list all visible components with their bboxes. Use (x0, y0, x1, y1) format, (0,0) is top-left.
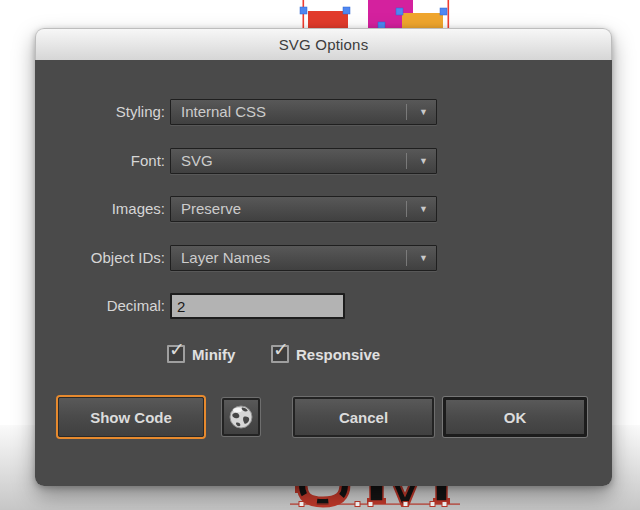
dropdown-separator (406, 153, 407, 169)
web-preview-button[interactable] (222, 398, 260, 436)
checkmark-icon: ✓ (169, 338, 185, 361)
field-row-object-ids: Object IDs: Layer Names ▼ (35, 245, 612, 271)
dropdown-separator (406, 104, 407, 120)
checkbox-row: ✓ Minify ✓ Responsive (35, 343, 612, 365)
field-row-font: Font: SVG ▼ (35, 148, 612, 174)
dropdown-value: Internal CSS (181, 100, 266, 124)
artboard-artwork-top (295, 0, 460, 28)
chevron-down-icon: ▼ (419, 246, 428, 270)
dropdown-value: Preserve (181, 197, 241, 221)
styling-dropdown[interactable]: Internal CSS ▼ (170, 99, 437, 125)
chevron-down-icon: ▼ (419, 149, 428, 173)
show-code-button[interactable]: Show Code (58, 397, 204, 437)
chevron-down-icon: ▼ (419, 197, 428, 221)
dropdown-value: Layer Names (181, 246, 270, 270)
field-row-images: Images: Preserve ▼ (35, 196, 612, 222)
dialog-title: SVG Options (279, 36, 369, 53)
dropdown-separator (406, 201, 407, 217)
field-row-decimal: Decimal: (35, 293, 612, 319)
images-dropdown[interactable]: Preserve ▼ (170, 196, 437, 222)
object-ids-dropdown[interactable]: Layer Names ▼ (170, 245, 437, 271)
dropdown-separator (406, 250, 407, 266)
field-row-styling: Styling: Internal CSS ▼ (35, 99, 612, 125)
responsive-checkbox-label: Responsive (296, 346, 380, 363)
decimal-label: Decimal: (35, 293, 165, 319)
artboard-artwork-bottom (290, 484, 460, 510)
font-dropdown[interactable]: SVG ▼ (170, 148, 437, 174)
globe-icon (228, 404, 254, 430)
responsive-checkbox[interactable]: ✓ Responsive (271, 343, 380, 365)
minify-checkbox[interactable]: ✓ Minify (167, 343, 235, 365)
chevron-down-icon: ▼ (419, 100, 428, 124)
checkbox-box: ✓ (271, 345, 289, 363)
dialog-titlebar: SVG Options (35, 28, 612, 60)
decimal-input[interactable] (170, 293, 345, 319)
checkbox-box: ✓ (167, 345, 185, 363)
object-ids-label: Object IDs: (35, 245, 165, 271)
checkmark-icon: ✓ (273, 338, 289, 361)
svg-options-dialog: SVG Options Styling: Internal CSS ▼ Font… (35, 28, 612, 486)
styling-label: Styling: (35, 99, 165, 125)
minify-checkbox-label: Minify (192, 346, 235, 363)
cancel-button[interactable]: Cancel (293, 397, 434, 437)
illustrator-canvas: SVG Options Styling: Internal CSS ▼ Font… (0, 0, 640, 510)
dropdown-value: SVG (181, 149, 213, 173)
ok-button[interactable]: OK (443, 397, 587, 437)
images-label: Images: (35, 196, 165, 222)
font-label: Font: (35, 148, 165, 174)
